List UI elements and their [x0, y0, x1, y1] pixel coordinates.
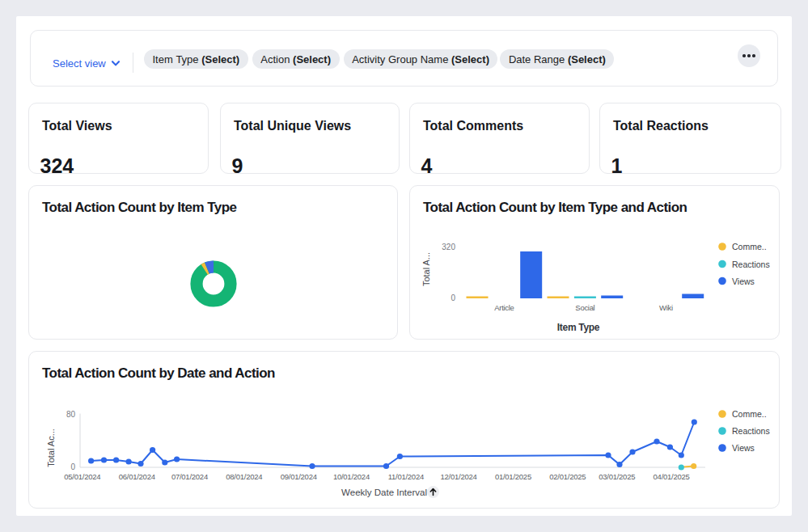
svg-text:04/01/2025: 04/01/2025 [654, 472, 690, 481]
svg-text:Views: Views [732, 277, 755, 286]
svg-text:Comme..: Comme.. [732, 242, 767, 251]
svg-text:Weekly Date Interval: Weekly Date Interval [341, 488, 427, 497]
svg-text:Social: Social [575, 303, 594, 312]
svg-text:Total Ac...: Total Ac... [46, 429, 56, 467]
svg-text:08/01/2024: 08/01/2024 [226, 472, 262, 481]
svg-text:Wiki: Wiki [659, 303, 673, 312]
svg-text:05/01/2024: 05/01/2024 [64, 472, 100, 481]
svg-text:Article: Article [494, 303, 514, 312]
svg-text:0: 0 [451, 293, 455, 302]
svg-text:Views: Views [732, 443, 755, 453]
svg-text:Reactions: Reactions [732, 426, 770, 436]
svg-text:0: 0 [70, 462, 75, 471]
svg-text:12/01/2024: 12/01/2024 [440, 472, 476, 481]
svg-text:02/01/2025: 02/01/2025 [549, 472, 586, 481]
svg-text:07/01/2024: 07/01/2024 [171, 472, 208, 481]
svg-text:320: 320 [442, 243, 455, 251]
svg-text:11/01/2024: 11/01/2024 [388, 472, 424, 481]
svg-text:Total A...: Total A... [421, 252, 431, 286]
svg-text:03/01/2025: 03/01/2025 [599, 472, 635, 481]
svg-text:Item Type: Item Type [557, 322, 600, 333]
svg-text:06/01/2024: 06/01/2024 [119, 472, 155, 481]
svg-text:80: 80 [66, 410, 76, 419]
svg-text:10/01/2024: 10/01/2024 [333, 472, 370, 481]
svg-text:Comme..: Comme.. [732, 409, 767, 419]
svg-text:01/01/2025: 01/01/2025 [495, 472, 531, 481]
svg-text:Reactions: Reactions [732, 260, 770, 269]
svg-text:09/01/2024: 09/01/2024 [281, 472, 317, 481]
